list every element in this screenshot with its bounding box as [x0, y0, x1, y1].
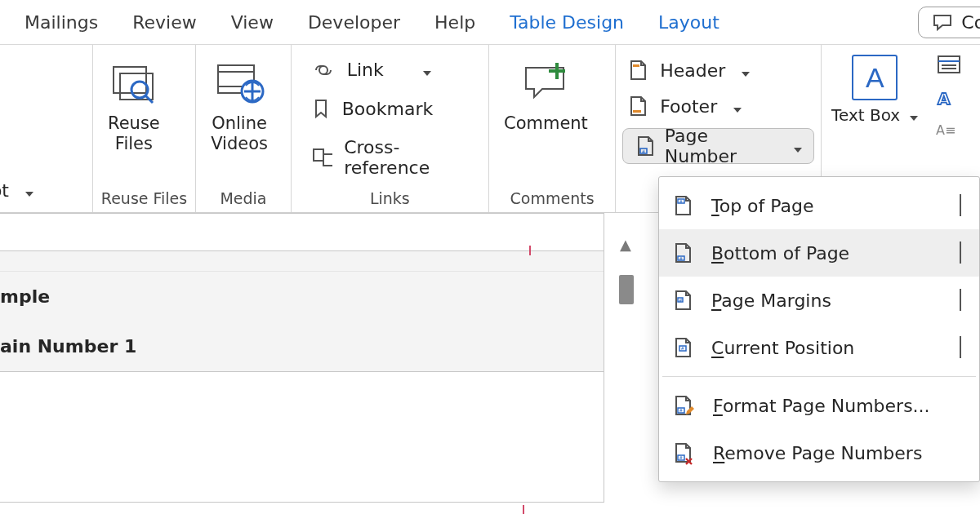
page-number-menu: # TTop of Pageop of Page # BBottom of Pa… — [658, 176, 980, 482]
screenshot-button[interactable]: enshot — [0, 177, 40, 204]
remove-page-numbers-icon: # — [672, 441, 695, 465]
screenshot-label: enshot — [0, 180, 9, 201]
footer-icon — [627, 94, 648, 118]
svg-text:A: A — [938, 89, 951, 109]
reuse-files-icon — [108, 56, 160, 109]
drop-cap-icon[interactable]: A≡ — [936, 122, 964, 138]
svg-rect-15 — [633, 110, 641, 113]
menu-format-page-numbers[interactable]: # FFormat Page Numbers...ormat Page Numb… — [659, 382, 979, 429]
tab-developer[interactable]: Developer — [306, 11, 402, 34]
footer-button[interactable]: Footer — [622, 92, 814, 120]
chevron-down-icon — [905, 105, 918, 125]
bookmark-label: Bookmark — [342, 99, 433, 119]
menu-current-position[interactable]: # CCurrent Positionurrent Position — [659, 324, 979, 371]
comment-icon — [932, 12, 953, 32]
text-box-icon: A — [852, 55, 898, 100]
chevron-down-icon — [728, 96, 742, 117]
page-current-icon: # — [672, 335, 693, 360]
gallery-item-title[interactable]: ain Number 1 — [0, 321, 604, 371]
reuse-files-label: Reuse Files — [108, 113, 160, 154]
menu-label: RRemove Page Numbersemove Page Numbers — [713, 443, 966, 463]
insertion-caret — [523, 505, 524, 514]
text-box-button[interactable]: Text Box — [831, 105, 918, 125]
tab-layout[interactable]: Layout — [657, 11, 721, 34]
link-button[interactable]: Link — [305, 56, 475, 83]
svg-text:A≡: A≡ — [936, 122, 956, 138]
cross-reference-button[interactable]: Cross-reference — [305, 134, 475, 181]
page-number-icon: # — [635, 134, 655, 158]
tab-review[interactable]: Review — [131, 11, 198, 34]
chevron-down-icon — [789, 136, 802, 157]
svg-text:#: # — [679, 256, 684, 261]
group-caption-comments: Comments — [496, 186, 608, 207]
link-icon — [311, 61, 336, 79]
tab-mailings[interactable]: Mailings — [23, 11, 100, 34]
header-icon — [627, 58, 648, 82]
header-label: Header — [660, 60, 725, 81]
online-videos-label: Online Videos — [211, 113, 268, 154]
submenu-arrow-icon — [960, 338, 966, 358]
page-margins-icon: # — [672, 288, 693, 312]
ribbon-tabbar: Mailings Review View Developer Help Tabl… — [0, 0, 980, 45]
document-area: mple ain Number 1 — [0, 213, 615, 507]
menu-label: PPage Marginsage Margins — [711, 290, 942, 311]
svg-text:#: # — [679, 408, 684, 413]
menu-top-of-page[interactable]: # TTop of Pageop of Page — [659, 182, 979, 229]
online-videos-button[interactable]: Online Videos — [203, 51, 276, 156]
menu-page-margins[interactable]: # PPage Marginsage Margins — [659, 277, 979, 324]
insertion-caret — [529, 246, 531, 255]
gallery-scrollbar[interactable]: ▲ — [615, 213, 639, 507]
comment-label: Comment — [504, 113, 588, 134]
svg-rect-0 — [114, 67, 146, 93]
cross-reference-icon — [311, 147, 332, 168]
menu-label: CCurrent Positionurrent Position — [711, 338, 942, 358]
svg-text:#: # — [679, 199, 684, 204]
tab-help[interactable]: Help — [433, 11, 477, 34]
scroll-up-icon[interactable]: ▲ — [620, 236, 631, 253]
cross-reference-label: Cross-reference — [344, 137, 469, 178]
svg-rect-14 — [633, 64, 639, 67]
menu-label: BBottom of Pageottom of Page — [711, 243, 942, 264]
page-bottom-icon: # — [672, 241, 693, 265]
header-button[interactable]: Header — [622, 56, 814, 84]
comment-button[interactable]: Comment — [496, 51, 596, 135]
svg-rect-10 — [314, 149, 323, 161]
quick-parts-icon[interactable] — [936, 53, 964, 76]
footer-label: Footer — [660, 96, 717, 117]
page-top-icon: # — [672, 193, 693, 218]
svg-rect-11 — [323, 154, 332, 166]
svg-text:#: # — [679, 455, 684, 460]
svg-text:#: # — [642, 148, 646, 154]
link-label: Link — [347, 60, 384, 80]
group-caption-links: Links — [298, 186, 482, 207]
submenu-arrow-icon — [960, 243, 966, 264]
page-number-button[interactable]: # Page Number — [622, 128, 814, 164]
menu-bottom-of-page[interactable]: # BBottom of Pageottom of Page — [659, 229, 979, 277]
tab-table-design[interactable]: Table Design — [508, 11, 626, 34]
group-caption — [0, 204, 86, 207]
comments-label: Comm — [961, 12, 980, 33]
scroll-thumb[interactable] — [619, 275, 634, 304]
wordart-icon[interactable]: A — [936, 89, 964, 109]
gallery-heading: mple — [0, 271, 604, 321]
bookmark-button[interactable]: Bookmark — [305, 95, 475, 122]
new-comment-icon — [519, 56, 572, 109]
reuse-files-button[interactable]: Reuse Files — [100, 51, 168, 156]
submenu-arrow-icon — [960, 196, 966, 216]
tab-view[interactable]: View — [229, 11, 275, 34]
chevron-down-icon — [737, 60, 750, 81]
group-caption-media: Media — [203, 186, 284, 207]
group-caption-reuse-files: Reuse Files — [100, 186, 189, 207]
format-page-numbers-icon: # — [672, 393, 695, 418]
bookmark-icon — [311, 98, 331, 119]
submenu-arrow-icon — [960, 290, 966, 311]
svg-text:#: # — [681, 346, 685, 351]
menu-label: FFormat Page Numbers...ormat Page Number… — [713, 396, 966, 416]
gallery-panel[interactable]: mple ain Number 1 — [0, 213, 604, 503]
comments-button[interactable]: Comm — [918, 7, 980, 38]
menu-remove-page-numbers[interactable]: # RRemove Page Numbersemove Page Numbers — [659, 429, 979, 476]
menu-label: TTop of Pageop of Page — [711, 196, 942, 216]
online-videos-icon — [213, 56, 265, 109]
page-number-label: Page Number — [665, 126, 779, 166]
svg-text:#: # — [679, 298, 683, 303]
